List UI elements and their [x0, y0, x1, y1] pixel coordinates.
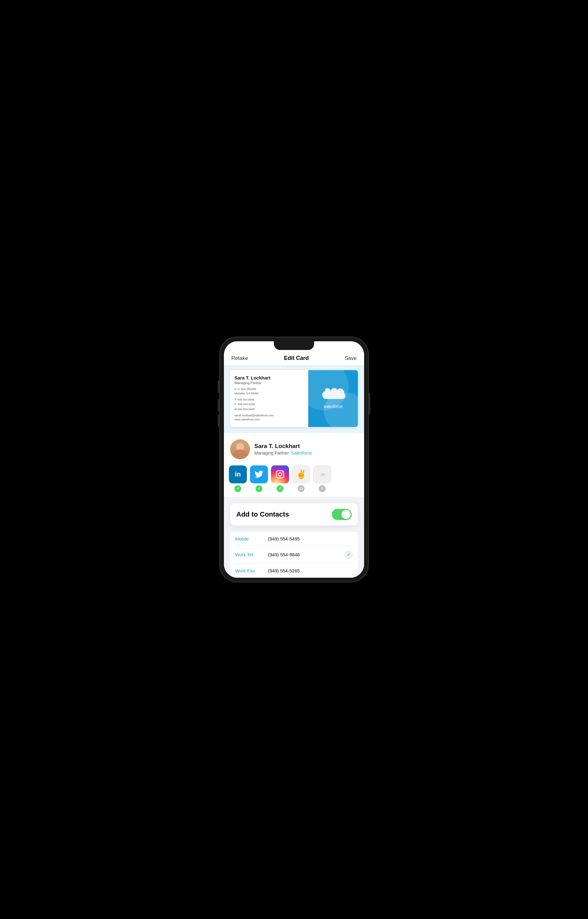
field-value-work-tel: (949) 554-9846 [268, 552, 339, 557]
instagram-icon-wrap [271, 465, 289, 484]
social-row: in ✓ ✓ [224, 462, 364, 497]
field-label-mobile: Mobile [235, 536, 263, 541]
salesforce-cloud-svg [321, 388, 346, 405]
meetup-icon: 𝑚 [320, 471, 325, 478]
business-card: Sara T. Lockhart Managing Partner P. O. … [230, 370, 358, 427]
contact-info: Sara T. Lockhart Managing Partner Salesf… [254, 443, 358, 455]
check-mark-icon: ✓ [347, 552, 351, 558]
contact-section: Sara T. Lockhart Managing Partner Salesf… [224, 433, 364, 462]
card-phones: T: 949.554.9846 F: 949.554.5265 M 949.55… [234, 398, 304, 412]
screen-content: Retake Edit Card Save Sara T. Lockhart M… [224, 341, 364, 578]
card-left: Sara T. Lockhart Managing Partner P. O. … [230, 370, 308, 427]
linkedin-icon-wrap: in [229, 465, 247, 484]
social-item-twitter[interactable]: ✓ [250, 465, 268, 492]
card-logo-area: salesforce [308, 370, 358, 427]
linkedin-badge: ✓ [234, 485, 241, 492]
phone-frame: Retake Edit Card Save Sara T. Lockhart M… [220, 337, 368, 582]
social-item-instagram[interactable]: ✓ [271, 465, 289, 492]
meetup-icon-wrap: 𝑚 [313, 465, 331, 484]
contact-fields: Mobile (949) 554-5495 Work Tel (949) 554… [224, 532, 364, 578]
yelp-badge: 12 [298, 485, 305, 492]
linkedin-icon: in [235, 470, 241, 479]
field-value-mobile: (949) 554-5495 [268, 536, 353, 541]
peace-icon: ✌ [296, 469, 307, 479]
phone-notch [274, 341, 314, 350]
fields-container: Mobile (949) 554-5495 Work Tel (949) 554… [230, 532, 358, 578]
contact-meta-row: Managing Partner Salesforce [254, 450, 358, 455]
contact-title: Managing Partner [254, 450, 289, 455]
social-item-meetup[interactable]: 𝑚 5 [313, 465, 331, 492]
field-work-tel: Work Tel (949) 554-9846 ✓ [235, 546, 353, 564]
yelp-icon-wrap: ✌ [292, 465, 310, 484]
field-value-work-fax: (949) 554-5265 [268, 568, 353, 573]
card-person-title: Managing Partner [234, 381, 304, 385]
field-label-work-tel: Work Tel [235, 552, 263, 557]
salesforce-text: salesforce [321, 404, 346, 409]
twitter-icon-wrap [250, 465, 268, 484]
add-contacts-label: Add to Contacts [236, 510, 289, 518]
twitter-badge: ✓ [255, 485, 262, 492]
meetup-badge: 5 [319, 485, 326, 492]
retake-button[interactable]: Retake [231, 355, 248, 361]
work-tel-check[interactable]: ✓ [344, 550, 353, 559]
social-item-yelp[interactable]: ✌ 12 [292, 465, 310, 492]
phone-screen: Retake Edit Card Save Sara T. Lockhart M… [224, 341, 364, 578]
field-label-work-fax: Work Fax [235, 568, 263, 573]
contact-company[interactable]: Salesforce [291, 450, 312, 455]
contact-name: Sara T. Lockhart [254, 443, 358, 450]
social-item-linkedin[interactable]: in ✓ [229, 465, 247, 492]
avatar-image [230, 439, 250, 459]
field-work-fax: Work Fax (949) 554-5265 [235, 564, 353, 578]
card-area: Sara T. Lockhart Managing Partner P. O. … [224, 365, 364, 433]
toggle-thumb [341, 510, 351, 519]
twitter-bird-icon [255, 471, 263, 478]
save-button[interactable]: Save [344, 355, 357, 361]
instagram-icon [276, 470, 284, 479]
card-contact: sarah.lockhart@salesforce.com www.salesf… [234, 414, 304, 422]
field-mobile: Mobile (949) 554-5495 [235, 532, 353, 546]
card-address: P. O. Box 669366 Marietta, GA 30066 [234, 387, 304, 396]
add-contacts-wrapper: Add to Contacts [224, 497, 364, 532]
card-person-name: Sara T. Lockhart [234, 375, 304, 380]
avatar [230, 439, 250, 459]
instagram-badge: ✓ [277, 485, 283, 492]
salesforce-logo: salesforce [321, 388, 346, 409]
page-title: Edit Card [284, 355, 309, 361]
add-contacts-section: Add to Contacts [230, 503, 358, 526]
add-contacts-toggle[interactable] [332, 509, 352, 520]
